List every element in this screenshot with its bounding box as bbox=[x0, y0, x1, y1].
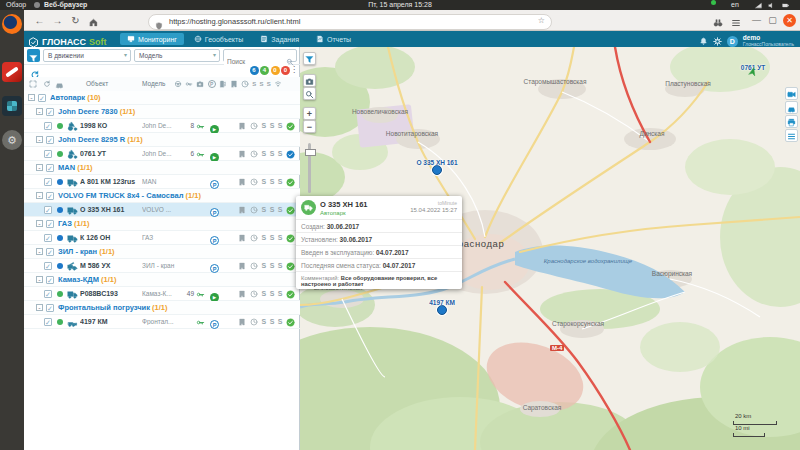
filter-button[interactable] bbox=[27, 49, 40, 62]
home-button[interactable] bbox=[86, 13, 101, 29]
group-name[interactable]: John Deere 7830 (1/1) bbox=[58, 107, 135, 116]
vehicle-row[interactable]: ✓А 801 КМ 123rusMANPSSS bbox=[24, 175, 300, 189]
fleet-name[interactable]: Автопарк (10) bbox=[50, 93, 101, 102]
url-text[interactable]: https://hosting.glonasssoft.ru/client.ht… bbox=[169, 15, 300, 28]
expand-toggle[interactable]: - bbox=[36, 136, 43, 143]
dark-app-dock-icon[interactable] bbox=[2, 96, 22, 116]
red-app-dock-icon[interactable] bbox=[2, 62, 22, 82]
expand-all-icon[interactable] bbox=[29, 80, 37, 88]
more-menu-icon[interactable]: ⋮ bbox=[290, 65, 298, 74]
column-model[interactable]: Модель bbox=[142, 80, 165, 87]
column-icon-key[interactable] bbox=[185, 80, 193, 88]
forward-button[interactable]: → bbox=[50, 13, 65, 28]
library-icon[interactable] bbox=[710, 13, 725, 30]
activities-button[interactable]: Обзор bbox=[6, 0, 26, 10]
vehicle-row[interactable]: ✓К 126 ОНГАЗPSSS bbox=[24, 231, 300, 245]
group-checkbox[interactable]: ✓ bbox=[46, 164, 54, 172]
marker-label[interactable]: 4197 КМ bbox=[429, 299, 455, 306]
battery-icon[interactable] bbox=[782, 0, 789, 10]
expand-toggle[interactable]: - bbox=[36, 248, 43, 255]
expand-toggle[interactable]: - bbox=[28, 94, 35, 101]
column-icon-sat[interactable]: S bbox=[267, 80, 271, 87]
car-icon[interactable] bbox=[55, 80, 64, 89]
column-object[interactable]: Объект bbox=[86, 80, 108, 87]
zoom-slider-handle[interactable] bbox=[305, 149, 316, 156]
map-layers-button[interactable] bbox=[303, 52, 316, 65]
vehicle-plate[interactable]: 1998 КО bbox=[80, 122, 142, 129]
expand-toggle[interactable]: - bbox=[36, 276, 43, 283]
nav-item-0[interactable]: Мониторинг bbox=[120, 33, 184, 45]
status-counter-3[interactable]: 0 bbox=[281, 66, 290, 75]
map-list-button[interactable] bbox=[785, 129, 798, 142]
column-icon-camera[interactable] bbox=[196, 80, 204, 88]
group-checkbox[interactable]: ✓ bbox=[46, 220, 54, 228]
url-bar[interactable]: https://hosting.glonasssoft.ru/client.ht… bbox=[148, 14, 552, 30]
group-name[interactable]: ЗИЛ - кран (1/1) bbox=[58, 247, 115, 256]
expand-toggle[interactable]: - bbox=[36, 164, 43, 171]
settings-gear-icon[interactable] bbox=[713, 32, 722, 50]
vehicle-plate[interactable]: А 801 КМ 123rus bbox=[80, 178, 142, 185]
column-icon-parking[interactable]: P bbox=[208, 80, 216, 89]
expand-toggle[interactable]: - bbox=[36, 220, 43, 227]
column-icon-signal[interactable] bbox=[274, 80, 282, 88]
vehicle-row[interactable]: ✓Р088ВС193Камаз-К...49▶SSS bbox=[24, 287, 300, 301]
current-app-name[interactable]: Веб-браузер bbox=[44, 0, 87, 10]
column-icon-sat[interactable]: S bbox=[260, 80, 264, 87]
model-filter-select[interactable]: Модель ▾ bbox=[134, 49, 220, 62]
column-icon-building[interactable] bbox=[230, 80, 238, 88]
row-checkbox[interactable]: ✓ bbox=[44, 318, 52, 326]
vehicle-plate[interactable]: Р088ВС193 bbox=[80, 290, 142, 297]
settings-dock-icon[interactable]: ⚙ bbox=[2, 130, 22, 150]
menu-hamburger-icon[interactable] bbox=[728, 13, 743, 30]
zoom-in-button[interactable]: + bbox=[303, 107, 316, 120]
marker-label[interactable]: О 335 ХН 161 bbox=[416, 159, 457, 166]
row-checkbox[interactable]: ✓ bbox=[44, 122, 52, 130]
reload-button[interactable]: ↻ bbox=[68, 13, 83, 28]
status-counter-0[interactable]: 6 bbox=[250, 66, 259, 75]
nav-item-1[interactable]: Геообъекты bbox=[187, 33, 250, 45]
column-icon-fuel[interactable] bbox=[219, 80, 227, 88]
group-name[interactable]: John Deere 8295 R (1/1) bbox=[58, 135, 143, 144]
refresh-icon[interactable] bbox=[43, 80, 51, 88]
vehicle-marker[interactable]: 0761 УТ bbox=[749, 62, 758, 80]
column-icon-clock[interactable] bbox=[241, 80, 249, 88]
zoom-slider[interactable] bbox=[308, 143, 311, 193]
vehicle-plate[interactable]: К 126 ОН bbox=[80, 234, 142, 241]
window-minimize-button[interactable]: — bbox=[750, 14, 763, 27]
row-checkbox[interactable]: ✓ bbox=[44, 262, 52, 270]
notifications-bell-icon[interactable] bbox=[699, 32, 708, 50]
map-camera-button[interactable] bbox=[303, 74, 316, 87]
window-maximize-button[interactable]: ▢ bbox=[766, 14, 779, 27]
group-checkbox[interactable]: ✓ bbox=[46, 192, 54, 200]
vehicle-row[interactable]: ✓0761 УТJohn De...6▶SSS bbox=[24, 147, 300, 161]
vehicle-plate[interactable]: 0761 УТ bbox=[80, 150, 142, 157]
vehicle-plate[interactable]: 4197 КМ bbox=[80, 318, 142, 325]
expand-toggle[interactable]: - bbox=[36, 108, 43, 115]
group-checkbox[interactable]: ✓ bbox=[46, 136, 54, 144]
row-checkbox[interactable]: ✓ bbox=[44, 234, 52, 242]
volume-icon[interactable] bbox=[768, 0, 775, 10]
fleet-root-row[interactable]: -✓Автопарк (10) bbox=[24, 91, 300, 105]
keyboard-layout[interactable]: en bbox=[731, 0, 739, 10]
nav-item-3[interactable]: Отчеты bbox=[309, 33, 358, 45]
vehicle-row[interactable]: ✓1998 КОJohn De...8▶SSS bbox=[24, 119, 300, 133]
expand-toggle[interactable]: - bbox=[36, 304, 43, 311]
group-name[interactable]: ГАЗ (1/1) bbox=[58, 219, 89, 228]
site-security-icon[interactable] bbox=[155, 17, 163, 35]
vehicle-row[interactable]: ✓М 586 УХЗИЛ - кранPSSS bbox=[24, 259, 300, 273]
group-name[interactable]: Фронтальный погрузчик (1/1) bbox=[58, 303, 167, 312]
group-name[interactable]: Камаз-КДМ (1/1) bbox=[58, 275, 116, 284]
back-button[interactable]: ← bbox=[32, 13, 47, 28]
state-filter-select[interactable]: В движении ▾ bbox=[43, 49, 131, 62]
search-box[interactable] bbox=[223, 49, 297, 62]
row-checkbox[interactable]: ✓ bbox=[44, 290, 52, 298]
column-icon-steering[interactable] bbox=[174, 80, 182, 88]
group-checkbox[interactable]: ✓ bbox=[46, 304, 54, 312]
vehicle-marker[interactable]: О 335 ХН 161 bbox=[432, 165, 442, 175]
vehicle-plate[interactable]: М 586 УХ bbox=[80, 262, 142, 269]
row-checkbox[interactable]: ✓ bbox=[44, 206, 52, 214]
vehicle-marker[interactable]: 4197 КМ bbox=[437, 305, 447, 315]
window-close-button[interactable]: ✕ bbox=[783, 14, 796, 27]
status-counter-2[interactable]: 0 bbox=[271, 66, 280, 75]
network-icon[interactable] bbox=[755, 0, 762, 10]
